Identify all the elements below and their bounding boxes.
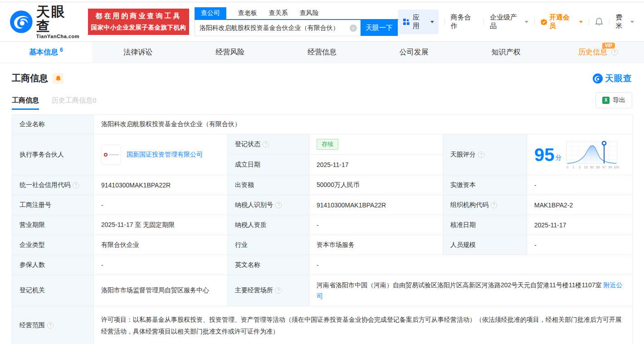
- score-distribution-chart[interactable]: 0 1 3 15 50 85 97 99 100: [565, 140, 619, 170]
- search-tab-risk[interactable]: 查风险: [300, 7, 319, 19]
- logo-brand-text: 天眼查: [36, 5, 81, 34]
- tab-operating-risk[interactable]: 经营风险: [184, 42, 276, 63]
- partner-company-link[interactable]: 国新国证投资管理有限公司: [127, 151, 203, 159]
- apps-grid-icon: [403, 18, 410, 25]
- business-term-value: 2025-11-17 至 无固定期限: [94, 215, 228, 235]
- score-axis-tick: 99: [608, 166, 612, 169]
- promo-banner: 都在用的商业查询工具 国家中小企业发展子基金旗下机构: [88, 9, 189, 35]
- reg-status-label: 登记状态: [228, 134, 309, 155]
- subtab-business-info[interactable]: 工商信息: [12, 96, 39, 105]
- chevron-down-icon: [630, 21, 634, 23]
- company-type-label: 企业类型: [12, 235, 94, 255]
- member-badge-icon: [541, 19, 547, 25]
- org-code-value: MAK1BPA2-2: [527, 195, 633, 215]
- username-label: 费米: [615, 13, 629, 30]
- score-cell: 95 分: [527, 134, 633, 175]
- staff-size-value: -: [527, 235, 633, 255]
- tab-label: 法律诉讼: [123, 48, 152, 57]
- tianyancha-logo[interactable]: 天眼查 TianYanCha.com: [10, 5, 81, 39]
- table-row: 登记机关 洛阳市市场监督管理局自贸区服务中心 主要经营场所 河南省洛阳市中国（河…: [12, 275, 633, 306]
- taxpayer-id-value: 91410300MAK1BPA22R: [309, 195, 443, 215]
- search-tab-boss[interactable]: 查老板: [238, 7, 257, 19]
- chart-axis-ticks: 0 1 3 15 50 85 97 99 100: [566, 166, 619, 169]
- score-axis-tick: 50: [590, 166, 594, 169]
- export-label: 导出: [613, 96, 625, 104]
- reg-status-value: 存续: [309, 134, 443, 155]
- help-icon[interactable]: [491, 202, 497, 208]
- nav-divider: [609, 19, 610, 25]
- partner-value-cell: 国新国证投资管理有限公司: [94, 134, 228, 175]
- tab-operating-info[interactable]: 经营信息: [276, 42, 368, 63]
- org-code-label: 组织机构代码: [443, 195, 527, 215]
- help-icon[interactable]: [611, 49, 618, 55]
- reg-number-value: -: [94, 195, 228, 215]
- subtab-row: 工商信息 历史工商信息0 导出: [12, 92, 632, 109]
- score-axis-tick: 3: [579, 166, 581, 169]
- notification-bell-icon[interactable]: [595, 18, 603, 26]
- vip-badge: VIP: [602, 43, 615, 49]
- monitor-bell-button[interactable]: [53, 73, 63, 84]
- chevron-down-icon: [430, 21, 434, 23]
- help-icon[interactable]: [478, 152, 484, 158]
- score-axis-tick: 0: [566, 166, 568, 169]
- bell-icon: [55, 75, 61, 82]
- apps-menu[interactable]: 应用: [398, 10, 438, 34]
- help-icon[interactable]: [275, 287, 282, 294]
- tianyancha-watermark: 天眼查: [593, 73, 632, 84]
- partner-company-logo[interactable]: [101, 145, 121, 165]
- enterprise-label: 企业级产品: [490, 13, 523, 30]
- taxpayer-id-label: 纳税人识别号: [228, 195, 309, 215]
- tab-company-development[interactable]: 公司发展: [368, 42, 460, 63]
- search-tab-company[interactable]: 查公司: [195, 7, 226, 19]
- score-value: 95: [534, 146, 555, 164]
- help-icon[interactable]: [47, 322, 54, 329]
- insured-count-label: 参保人数: [12, 255, 94, 275]
- table-row: 工商注册号 - 纳税人识别号 91410300MAK1BPA22R 组织机构代码…: [12, 195, 633, 215]
- score-unit: 分: [556, 154, 562, 162]
- user-account-menu[interactable]: 费米: [615, 13, 634, 30]
- tab-intellectual-property[interactable]: 知识产权: [460, 42, 552, 63]
- tab-label: 历史信息: [578, 48, 607, 57]
- subtab-history-business-info[interactable]: 历史工商信息0: [52, 96, 96, 105]
- tab-label: 公司发展: [400, 48, 429, 57]
- tab-history-info[interactable]: VIP 历史信息: [552, 42, 644, 63]
- help-icon[interactable]: [275, 202, 282, 208]
- premises-address: 河南省洛阳市中国（河南）自由贸易试验区洛阳片区高新区河洛路202号天元自贸港11…: [317, 281, 602, 289]
- score-axis-tick: 97: [602, 166, 606, 169]
- clear-search-icon[interactable]: [350, 25, 357, 32]
- score-label: 天眼评分: [443, 134, 527, 175]
- open-membership-button[interactable]: 开通会员: [541, 13, 583, 30]
- tab-legal-proceedings[interactable]: 法律诉讼: [92, 42, 184, 63]
- contribution-value: 50000万人民币: [309, 175, 443, 195]
- tab-basic-info[interactable]: 基本信息 6: [0, 42, 92, 63]
- tianyancha-eye-icon: [593, 74, 603, 84]
- table-row: 企业类型 有限合伙企业 行业 资本市场服务 人员规模 -: [12, 235, 633, 255]
- table-row: 经营范围 许可项目：以私募基金从事股权投资、投资管理、资产管理等活动（须在中国证…: [12, 306, 633, 344]
- nav-cooperation[interactable]: 商务合作: [451, 13, 478, 30]
- premises-value-cell: 河南省洛阳市中国（河南）自由贸易试验区洛阳片区高新区河洛路202号天元自贸港11…: [309, 275, 633, 306]
- approval-date-value: 2025-11-17: [527, 215, 633, 235]
- contribution-label: 出资额: [228, 175, 309, 195]
- taxpayer-qualification-label: 纳税人资质: [228, 215, 309, 235]
- tianyancha-eye-icon: [10, 10, 33, 33]
- english-name-value: -: [309, 255, 633, 275]
- help-icon[interactable]: [73, 182, 79, 188]
- search-tab-relation[interactable]: 查关系: [269, 7, 288, 19]
- score-marker-pin: [602, 141, 606, 145]
- score-axis-tick: 100: [614, 166, 619, 169]
- watermark-text: 天眼查: [605, 73, 632, 84]
- company-type-value: 有限合伙企业: [94, 235, 228, 255]
- nav-enterprise-products[interactable]: 企业级产品: [490, 13, 528, 30]
- help-icon[interactable]: [263, 141, 269, 147]
- company-detail-tabs: 基本信息 6 法律诉讼 经营风险 经营信息 公司发展 知识产权 VIP 历史信息: [0, 41, 644, 63]
- chevron-down-icon: [525, 21, 528, 23]
- status-badge: 存续: [317, 139, 338, 150]
- promo-banner-line2: 国家中小企业发展子基金旗下机构: [91, 24, 186, 32]
- search-input[interactable]: 洛阳科改启航股权投资基金合伙企业（有限合伙）: [195, 20, 350, 36]
- approval-date-label: 核准日期: [443, 215, 527, 235]
- logo-domain-text: TianYanCha.com: [36, 34, 81, 39]
- search-button[interactable]: 天眼一下: [361, 20, 398, 36]
- company-name-value: 洛阳科改启航股权投资基金合伙企业（有限合伙）: [94, 115, 633, 134]
- paid-capital-value: -: [527, 175, 633, 195]
- export-button[interactable]: 导出: [595, 92, 632, 108]
